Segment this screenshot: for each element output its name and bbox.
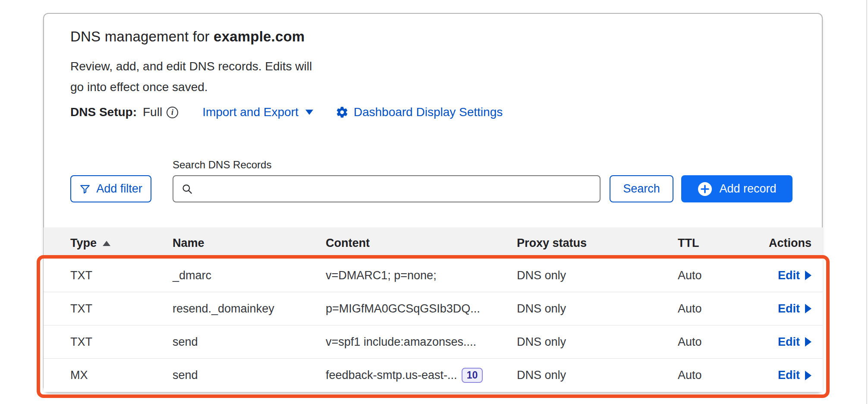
edit-record-link[interactable]: Edit bbox=[778, 335, 811, 349]
chevron-right-icon bbox=[805, 337, 811, 347]
edit-record-link[interactable]: Edit bbox=[778, 302, 811, 316]
import-export-link[interactable]: Import and Export bbox=[202, 105, 313, 119]
cell-content: v=DMARC1; p=none; bbox=[326, 269, 517, 282]
cell-content: p=MIGfMA0GCSqGSIb3DQ... bbox=[326, 302, 517, 316]
dns-records-table: Type Name Content Proxy status TTL Actio… bbox=[44, 227, 823, 392]
gear-icon bbox=[336, 106, 349, 119]
column-header-ttl: TTL bbox=[678, 237, 764, 250]
add-record-button[interactable]: Add record bbox=[681, 175, 793, 202]
search-input[interactable] bbox=[199, 182, 600, 196]
page-title-domain: example.com bbox=[214, 28, 305, 44]
page-title: DNS management for example.com bbox=[70, 28, 305, 45]
cell-ttl: Auto bbox=[678, 269, 764, 282]
column-header-name: Name bbox=[173, 237, 326, 250]
mx-priority-badge: 10 bbox=[462, 368, 483, 383]
edit-record-link[interactable]: Edit bbox=[778, 369, 811, 382]
sort-ascending-icon bbox=[103, 241, 110, 246]
record-content-text: v=spf1 include:amazonses.... bbox=[326, 335, 476, 349]
column-header-proxy-status: Proxy status bbox=[517, 237, 678, 250]
cell-proxy-status: DNS only bbox=[517, 369, 678, 382]
cell-ttl: Auto bbox=[678, 302, 764, 316]
table-row: TXT send v=spf1 include:amazonses.... DN… bbox=[44, 325, 823, 359]
add-filter-label: Add filter bbox=[96, 182, 142, 196]
page-title-prefix: DNS management for bbox=[70, 28, 214, 44]
table-body: TXT _dmarc v=DMARC1; p=none; DNS only Au… bbox=[44, 259, 823, 392]
cell-name: send bbox=[173, 369, 326, 382]
cell-type: MX bbox=[70, 369, 173, 382]
chevron-down-icon bbox=[305, 110, 313, 115]
column-header-type[interactable]: Type bbox=[70, 237, 173, 250]
cell-name: resend._domainkey bbox=[173, 302, 326, 316]
dns-setup-label: DNS Setup: bbox=[70, 105, 137, 119]
plus-icon bbox=[697, 181, 713, 197]
table-row: TXT resend._domainkey p=MIGfMA0GCSqGSIb3… bbox=[44, 292, 823, 325]
cell-proxy-status: DNS only bbox=[517, 335, 678, 349]
cell-proxy-status: DNS only bbox=[517, 302, 678, 316]
page-description-line-2: go into effect once saved. bbox=[70, 80, 208, 94]
info-icon[interactable]: i bbox=[167, 107, 178, 118]
search-button-label: Search bbox=[623, 182, 660, 196]
record-content-text: p=MIGfMA0GCSqGSIb3DQ... bbox=[326, 302, 480, 316]
dashboard-display-settings-label: Dashboard Display Settings bbox=[354, 105, 503, 119]
add-filter-button[interactable]: Add filter bbox=[70, 175, 151, 202]
cell-ttl: Auto bbox=[678, 335, 764, 349]
dns-setup-row: DNS Setup: Full i Import and Export Dash… bbox=[70, 105, 503, 119]
viewport-right-edge bbox=[866, 0, 867, 404]
import-export-label: Import and Export bbox=[202, 105, 299, 119]
chevron-right-icon bbox=[805, 271, 811, 280]
column-header-actions: Actions bbox=[764, 237, 811, 250]
edit-label: Edit bbox=[778, 369, 800, 382]
record-content-text: v=DMARC1; p=none; bbox=[326, 269, 437, 282]
edit-label: Edit bbox=[778, 302, 800, 316]
cell-ttl: Auto bbox=[678, 369, 764, 382]
filter-icon bbox=[79, 183, 91, 195]
column-header-content: Content bbox=[326, 237, 517, 250]
page-description-line-1: Review, add, and edit DNS records. Edits… bbox=[70, 60, 312, 73]
search-input-container bbox=[173, 175, 601, 202]
cell-type: TXT bbox=[70, 302, 173, 316]
search-icon bbox=[181, 183, 193, 195]
dashboard-display-settings-link[interactable]: Dashboard Display Settings bbox=[336, 105, 503, 119]
search-button[interactable]: Search bbox=[610, 175, 673, 202]
table-header-row: Type Name Content Proxy status TTL Actio… bbox=[44, 227, 823, 259]
edit-label: Edit bbox=[778, 335, 800, 349]
cell-name: send bbox=[173, 335, 326, 349]
edit-label: Edit bbox=[778, 269, 800, 282]
search-dns-records-label: Search DNS Records bbox=[173, 159, 271, 171]
add-record-label: Add record bbox=[719, 182, 776, 196]
chevron-right-icon bbox=[805, 371, 811, 380]
cell-name: _dmarc bbox=[173, 269, 326, 282]
cell-content: feedback-smtp.us-east-...10 bbox=[326, 368, 517, 383]
cell-proxy-status: DNS only bbox=[517, 269, 678, 282]
cell-content: v=spf1 include:amazonses.... bbox=[326, 335, 517, 349]
record-content-text: feedback-smtp.us-east-... bbox=[326, 369, 457, 382]
column-header-type-label: Type bbox=[70, 237, 97, 250]
edit-record-link[interactable]: Edit bbox=[778, 269, 811, 282]
table-row: TXT _dmarc v=DMARC1; p=none; DNS only Au… bbox=[44, 259, 823, 292]
table-row: MX send feedback-smtp.us-east-...10 DNS … bbox=[44, 359, 823, 392]
cell-type: TXT bbox=[70, 335, 173, 349]
cell-type: TXT bbox=[70, 269, 173, 282]
chevron-right-icon bbox=[805, 304, 811, 313]
dns-setup-value: Full bbox=[143, 105, 162, 119]
